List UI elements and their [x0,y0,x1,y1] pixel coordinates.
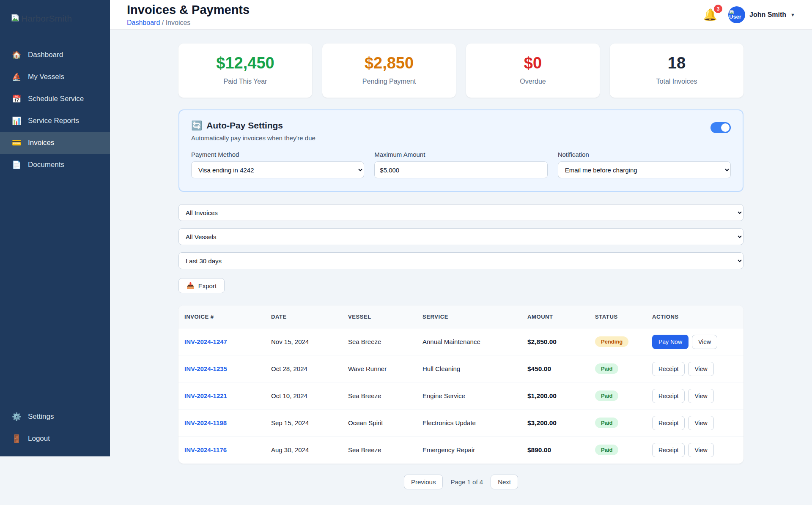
credit-card-icon: 💳 [12,138,21,147]
date-range-filter-select[interactable]: Last 30 days [178,252,743,269]
bar-chart-icon: 📊 [12,116,21,126]
sidebar-item-settings[interactable]: ⚙️ Settings [0,406,110,428]
view-button[interactable]: View [688,389,713,403]
sidebar-item-invoices[interactable]: 💳 Invoices [0,132,110,154]
status-badge: Pending [595,336,628,347]
sidebar-item-label: Documents [28,161,64,169]
broken-image-icon [10,13,20,25]
view-button[interactable]: View [688,443,713,457]
stat-value: $0 [466,54,600,72]
avatar: User [728,6,745,23]
sidebar-item-documents[interactable]: 📄 Documents [0,154,110,176]
autopay-subtitle: Automatically pay invoices when they're … [191,134,315,142]
column-header-amount: AMOUNT [521,306,589,328]
invoice-vessel: Ocean Spirit [342,409,417,437]
sidebar-item-label: My Vessels [28,73,64,81]
autopay-toggle[interactable] [710,122,731,133]
column-header-vessel: VESSEL [342,306,417,328]
pay-now-button[interactable]: Pay Now [652,335,689,349]
invoice-date: Oct 28, 2024 [265,355,342,382]
invoice-date: Nov 15, 2024 [265,328,342,355]
export-button[interactable]: 📥 Export [178,278,225,293]
table-row: INV-2024-1176 Aug 30, 2024 Sea Breeze Em… [178,437,743,464]
sidebar-item-label: Dashboard [28,51,63,59]
sidebar-item-label: Invoices [28,139,54,147]
invoice-link[interactable]: INV-2024-1176 [184,446,227,453]
notifications-button[interactable]: 🔔 3 [703,8,717,22]
logo: HarborSmith [0,0,110,37]
next-page-button[interactable]: Next [491,475,518,489]
refresh-icon: 🔄 [191,120,202,131]
home-icon: 🏠 [12,50,21,60]
export-button-label: Export [198,282,217,289]
avatar-alt-text: User [729,14,741,20]
sidebar-item-schedule-service[interactable]: 📅 Schedule Service [0,88,110,110]
previous-page-button[interactable]: Previous [404,475,443,489]
stat-card-total-invoices: 18 Total Invoices [610,44,743,98]
document-icon: 📄 [12,160,21,169]
table-row: INV-2024-1247 Nov 15, 2024 Sea Breeze An… [178,328,743,355]
sidebar-item-my-vessels[interactable]: ⛵ My Vessels [0,66,110,88]
invoice-link[interactable]: INV-2024-1221 [184,392,227,399]
vessel-filter-select[interactable]: All Vessels [178,228,743,245]
notification-badge: 3 [714,5,722,13]
view-button[interactable]: View [688,362,713,376]
content: $12,450 Paid This Year $2,850 Pending Pa… [178,30,743,489]
maximum-amount-label: Maximum Amount [374,151,547,158]
user-menu[interactable]: User John Smith ▼ [728,6,795,23]
stats-row: $12,450 Paid This Year $2,850 Pending Pa… [178,44,743,98]
status-badge: Paid [595,418,618,428]
invoice-amount: $1,200.00 [521,382,589,409]
maximum-amount-input[interactable] [374,161,547,178]
pagination: Previous Page 1 of 4 Next [178,475,743,489]
notification-select[interactable]: Email me before charging [558,161,731,178]
invoice-service: Hull Cleaning [417,355,521,382]
view-button[interactable]: View [688,416,713,430]
invoice-link[interactable]: INV-2024-1247 [184,338,227,345]
sidebar-footer: ⚙️ Settings 🚪 Logout [0,406,110,450]
sidebar: HarborSmith 🏠 Dashboard ⛵ My Vessels 📅 S… [0,0,110,456]
breadcrumb-current: Invoices [166,19,191,26]
invoice-service: Electronics Update [417,409,521,437]
stat-card-paid-this-year: $12,450 Paid This Year [178,44,312,98]
invoice-date: Oct 10, 2024 [265,382,342,409]
sidebar-nav: 🏠 Dashboard ⛵ My Vessels 📅 Schedule Serv… [0,44,110,176]
invoice-link[interactable]: INV-2024-1198 [184,419,227,426]
receipt-button[interactable]: Receipt [652,416,685,430]
invoice-date: Aug 30, 2024 [265,437,342,464]
payment-method-select[interactable]: Visa ending in 4242 [191,161,364,178]
sidebar-item-dashboard[interactable]: 🏠 Dashboard [0,44,110,66]
toggle-knob [721,123,730,132]
table-header-row: INVOICE # DATE VESSEL SERVICE AMOUNT STA… [178,306,743,328]
sailboat-icon: ⛵ [12,72,21,82]
notification-label: Notification [558,151,731,158]
invoice-amount: $3,200.00 [521,409,589,437]
sidebar-item-label: Service Reports [28,117,79,125]
invoice-vessel: Sea Breeze [342,382,417,409]
breadcrumb-dashboard-link[interactable]: Dashboard [127,19,160,26]
invoice-link[interactable]: INV-2024-1235 [184,365,227,372]
stat-card-overdue: $0 Overdue [466,44,600,98]
invoice-status-filter-select[interactable]: All Invoices [178,204,743,221]
breadcrumb: Dashboard / Invoices [127,19,250,27]
stat-label: Pending Payment [322,78,456,85]
invoice-service: Emergency Repair [417,437,521,464]
payment-method-label: Payment Method [191,151,364,158]
chevron-down-icon: ▼ [790,12,795,17]
column-header-status: STATUS [589,306,646,328]
receipt-button[interactable]: Receipt [652,443,685,457]
view-button[interactable]: View [692,335,717,349]
autopay-panel: 🔄 Auto-Pay Settings Automatically pay in… [178,109,743,192]
sidebar-item-logout[interactable]: 🚪 Logout [0,428,110,450]
stat-card-pending-payment: $2,850 Pending Payment [322,44,456,98]
notification-field: Notification Email me before charging [558,151,731,178]
receipt-button[interactable]: Receipt [652,389,685,403]
autopay-title-text: Auto-Pay Settings [206,120,283,131]
door-icon: 🚪 [12,434,21,443]
sidebar-item-service-reports[interactable]: 📊 Service Reports [0,110,110,132]
invoices-table: INVOICE # DATE VESSEL SERVICE AMOUNT STA… [178,306,743,464]
status-badge: Paid [595,363,618,374]
logo-alt-text: HarborSmith [21,14,72,24]
gear-icon: ⚙️ [12,412,21,421]
receipt-button[interactable]: Receipt [652,362,685,376]
